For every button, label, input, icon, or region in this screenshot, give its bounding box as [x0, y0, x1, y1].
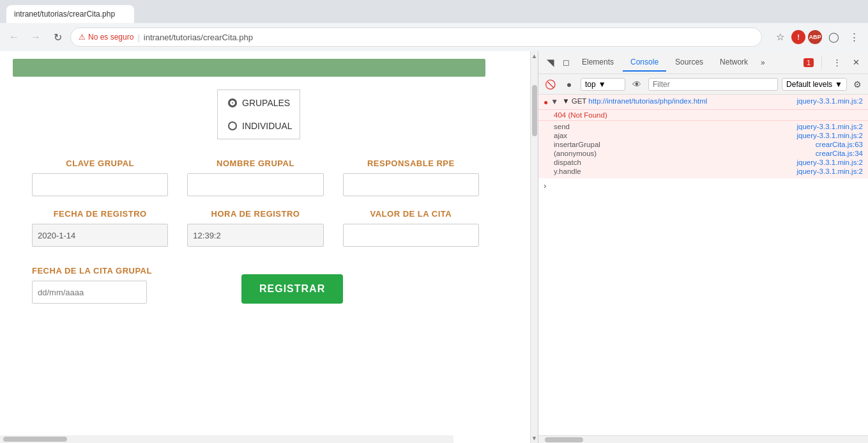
- page-h-scrollbar[interactable]: [0, 435, 453, 443]
- label-nombre-grupal: NOMBRE GRUPAL: [187, 159, 323, 168]
- radio-grupales-label: GRUPALES: [242, 98, 290, 108]
- devtools-close-button[interactable]: ✕: [849, 56, 863, 70]
- stack-name-ajax: ajax: [554, 132, 630, 139]
- stack-loc-dispatch[interactable]: jquery-3.3.1.min.js:2: [796, 159, 863, 166]
- field-fecha-cita-grupal: FECHA DE LA CITA GRUPAL: [32, 266, 152, 304]
- devtools-h-scrollbar[interactable]: [538, 435, 868, 443]
- green-progress-bar: [13, 59, 485, 77]
- scroll-up-arrow[interactable]: ▲: [531, 52, 538, 59]
- levels-label: Default levels: [786, 80, 832, 89]
- address-url: intranet/tutorias/crearCita.php: [144, 33, 253, 42]
- stack-loc-ajax[interactable]: jquery-3.3.1.min.js:2: [796, 132, 863, 139]
- context-label: top: [585, 80, 596, 89]
- stack-line-dispatch: dispatch jquery-3.3.1.min.js:2: [554, 158, 863, 167]
- stack-loc-send[interactable]: jquery-3.3.1.min.js:2: [796, 123, 863, 130]
- console-filter-input[interactable]: [648, 78, 778, 91]
- form-row-2: FECHA DE REGISTRO HORA DE REGISTRO VALOR…: [32, 209, 498, 247]
- radio-individual[interactable]: INDIVIDUAL: [228, 121, 289, 131]
- expand-more-arrow[interactable]: ›: [538, 178, 868, 193]
- radio-grupales[interactable]: GRUPALES: [228, 98, 289, 108]
- appointment-type-group: GRUPALES INDIVIDUAL: [217, 89, 300, 139]
- page-h-scrollbar-thumb: [3, 437, 67, 442]
- browser-actions: ☆ ! ABP ◯ ⋮: [771, 28, 863, 46]
- tab-bar: intranet/tutorias/crearCita.php: [0, 0, 868, 23]
- input-fecha-cita-grupal[interactable]: [32, 281, 147, 304]
- scroll-down-arrow[interactable]: ▼: [531, 435, 538, 442]
- console-clear-btn[interactable]: 🚫: [542, 77, 558, 92]
- stack-loc-anonymous[interactable]: crearCita.js:34: [816, 150, 863, 157]
- devtools-mobile-icon[interactable]: ◻: [559, 56, 573, 70]
- toolbar-divider: [821, 56, 822, 69]
- console-filter-icon[interactable]: ●: [561, 77, 577, 92]
- back-button[interactable]: ←: [5, 28, 23, 46]
- scroll-thumb: [532, 85, 537, 136]
- input-hora-registro[interactable]: [187, 224, 323, 247]
- tab-sources[interactable]: Sources: [667, 54, 711, 72]
- profile-button[interactable]: ◯: [825, 28, 842, 46]
- console-output: ● ▼ ▼ GET http://intranet/tutorias/php/i…: [538, 95, 868, 435]
- input-responsable[interactable]: [343, 173, 479, 196]
- devtools-inspect-icon[interactable]: ◥: [544, 56, 558, 70]
- eye-btn[interactable]: 👁: [629, 77, 644, 92]
- input-clave-grupal[interactable]: [32, 173, 168, 196]
- levels-dropdown-arrow: ▼: [835, 80, 842, 89]
- label-hora-registro: HORA DE REGISTRO: [187, 209, 323, 219]
- radio-individual-circle: [228, 121, 237, 130]
- stack-name-yhandle: y.handle: [554, 167, 630, 175]
- error-expand-arrow[interactable]: ▼: [551, 97, 558, 106]
- label-responsable: RESPONSABLE RPE: [343, 159, 479, 168]
- error-text: ▼ GET http://intranet/tutorias/php/index…: [562, 97, 794, 105]
- label-fecha-registro: FECHA DE REGISTRO: [32, 209, 168, 219]
- error-source-link[interactable]: jquery-3.3.1.min.js:2: [796, 97, 863, 105]
- stack-line-send: send jquery-3.3.1.min.js:2: [554, 122, 863, 131]
- input-fecha-registro[interactable]: [32, 224, 168, 247]
- input-nombre-grupal[interactable]: [187, 173, 323, 196]
- page-area: GRUPALES INDIVIDUAL CLAVE GRUPAL NOMBRE …: [0, 51, 530, 443]
- menu-button[interactable]: ⋮: [845, 28, 863, 46]
- main-split: GRUPALES INDIVIDUAL CLAVE GRUPAL NOMBRE …: [0, 51, 868, 443]
- bottom-row: FECHA DE LA CITA GRUPAL REGISTRAR: [32, 266, 498, 304]
- field-fecha-registro: FECHA DE REGISTRO: [32, 209, 187, 247]
- radio-grupales-circle: [228, 98, 237, 107]
- stack-name-insertargrupal: insertarGrupal: [554, 141, 630, 148]
- input-valor-cita[interactable]: [343, 224, 479, 247]
- extension-icon-1[interactable]: !: [791, 30, 805, 44]
- field-hora-registro: HORA DE REGISTRO: [187, 209, 342, 247]
- stack-loc-yhandle[interactable]: jquery-3.3.1.min.js:2: [796, 167, 863, 175]
- context-selector[interactable]: top ▼: [581, 78, 625, 91]
- reload-button[interactable]: ↻: [49, 28, 66, 46]
- stack-trace: send jquery-3.3.1.min.js:2 ajax jquery-3…: [538, 121, 868, 178]
- stack-line-insertargrupal: insertarGrupal crearCita.js:63: [554, 140, 863, 149]
- extension-icon-2[interactable]: ABP: [808, 30, 822, 44]
- page-v-scrollbar[interactable]: ▲ ▼: [530, 51, 538, 443]
- tab-more[interactable]: »: [757, 56, 769, 70]
- bookmark-button[interactable]: ☆: [771, 28, 789, 46]
- console-gear-icon[interactable]: ⚙: [851, 79, 864, 89]
- registrar-button[interactable]: REGISTRAR: [241, 274, 343, 304]
- forward-button[interactable]: →: [27, 28, 45, 46]
- stack-line-anonymous: (anonymous) crearCita.js:34: [554, 149, 863, 158]
- label-clave-grupal: CLAVE GRUPAL: [32, 159, 168, 168]
- error-icon: ●: [544, 98, 548, 107]
- devtools-settings-icon[interactable]: ⋮: [830, 56, 844, 70]
- browser-tab[interactable]: intranet/tutorias/crearCita.php: [6, 5, 134, 23]
- address-bar[interactable]: No es seguro | intranet/tutorias/crearCi…: [70, 27, 762, 47]
- devtools-tabs-toolbar: ◥ ◻ Elements Console Sources Network » 1…: [538, 51, 868, 74]
- devtools-h-scrollbar-thumb: [545, 437, 583, 442]
- tab-title: intranet/tutorias/crearCita.php: [14, 10, 115, 19]
- devtools-close-area: 1 ⋮ ✕: [803, 56, 863, 70]
- levels-selector[interactable]: Default levels ▼: [782, 78, 847, 91]
- stack-line-ajax: ajax jquery-3.3.1.min.js:2: [554, 131, 863, 140]
- error-url-link[interactable]: http://intranet/tutorias/php/index.html: [588, 97, 707, 105]
- form-section: CLAVE GRUPAL NOMBRE GRUPAL RESPONSABLE R…: [32, 159, 498, 260]
- console-toolbar: 🚫 ● top ▼ 👁 Default levels ▼ ⚙: [538, 74, 868, 95]
- label-fecha-cita-grupal: FECHA DE LA CITA GRUPAL: [32, 266, 152, 276]
- field-responsable: RESPONSABLE RPE: [343, 159, 498, 196]
- tab-network[interactable]: Network: [712, 54, 756, 72]
- stack-loc-insertargrupal[interactable]: crearCita.js:63: [816, 141, 863, 148]
- tab-console[interactable]: Console: [623, 54, 666, 72]
- field-valor-cita: VALOR DE LA CITA: [343, 209, 498, 247]
- stack-name-send: send: [554, 123, 630, 130]
- error-count-badge: 1: [803, 58, 814, 67]
- tab-elements[interactable]: Elements: [574, 54, 621, 72]
